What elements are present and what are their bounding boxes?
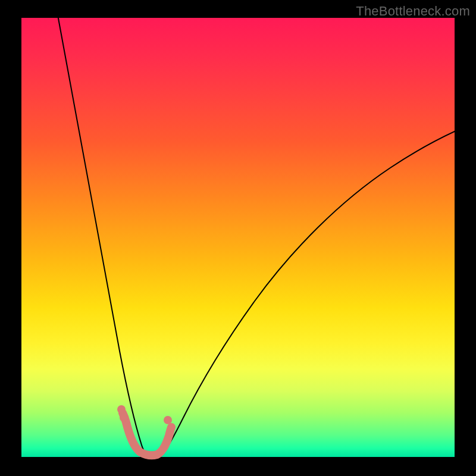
marker-dot: [117, 405, 126, 414]
marker-dot: [120, 414, 128, 422]
marker-dot: [168, 425, 175, 432]
curve-left-branch: [57, 12, 149, 457]
marker-dot: [164, 416, 172, 424]
watermark-text: TheBottleneck.com: [356, 4, 470, 19]
curve-right-branch: [160, 131, 456, 457]
plot-area: [21, 18, 455, 457]
curve-layer: [21, 18, 455, 457]
outer-frame: TheBottleneck.com: [0, 0, 476, 476]
